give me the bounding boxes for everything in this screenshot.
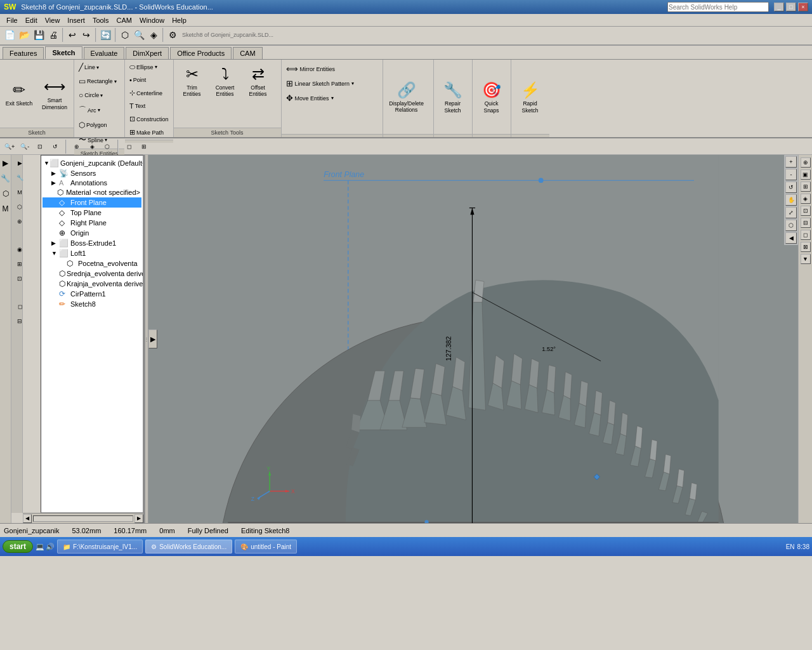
close-button[interactable]: ×: [798, 3, 808, 11]
taskbar-paint[interactable]: 🎨 untitled - Paint: [235, 540, 297, 554]
ellipse-btn[interactable]: ⬭Ellipse▾: [126, 61, 172, 73]
view-fit[interactable]: ⤢: [785, 207, 797, 218]
right-btn-7[interactable]: ◻: [801, 230, 811, 240]
3d-view-btn[interactable]: ◈: [85, 138, 99, 155]
tab-dimxpert[interactable]: DimXpert: [126, 47, 169, 59]
point-btn[interactable]: •Point: [126, 74, 172, 86]
right-btn-5[interactable]: ⊡: [801, 206, 811, 216]
scroll-right-btn[interactable]: ▶: [134, 514, 143, 523]
tab-features[interactable]: Features: [3, 47, 44, 59]
circle-tool-btn[interactable]: ○Circle▾: [75, 89, 123, 102]
tool-5[interactable]: ⊕: [11, 215, 28, 229]
view-pan[interactable]: ✋: [785, 194, 797, 206]
save-btn[interactable]: 💾: [32, 27, 46, 43]
rebuild-btn[interactable]: 🔄: [98, 27, 113, 43]
taskbar-folder[interactable]: 📁 F:\Konstruisanje_IV1...: [57, 540, 143, 554]
tool-4[interactable]: ⬡: [11, 200, 28, 214]
tree-krajnja[interactable]: ⬡ Krajnja_evolventa derived: [43, 279, 141, 289]
tree-material[interactable]: ⬡ Material <not specified>: [43, 187, 141, 197]
construction-btn[interactable]: ⊡Construction: [126, 113, 172, 125]
tree-root[interactable]: ▼ ⬜ Gonjeni_zupcanik (Default<<Default>: [43, 158, 141, 168]
zoom-btn[interactable]: 🔍: [132, 27, 147, 43]
menu-cam[interactable]: CAM: [113, 15, 136, 25]
view-prev[interactable]: ◀: [785, 232, 797, 244]
tool-10[interactable]: ⊟: [11, 314, 28, 328]
mirror-entities-button[interactable]: ⟺ Mirror Entities: [283, 62, 339, 76]
view-zoom-in[interactable]: +: [785, 156, 797, 168]
menu-tools[interactable]: Tools: [89, 15, 113, 25]
exit-sketch-button[interactable]: ✏ Exit Sketch: [3, 78, 36, 109]
minimize-button[interactable]: _: [774, 3, 784, 11]
right-btn-3[interactable]: ⊞: [801, 182, 811, 192]
tree-sensors[interactable]: ▶ 📡 Sensors: [43, 168, 141, 178]
tool-8[interactable]: ⊡: [11, 272, 28, 286]
menu-file[interactable]: File: [3, 15, 22, 25]
expand-left-panel[interactable]: ▶: [148, 329, 157, 348]
taskbar-icon-1[interactable]: 💻: [36, 543, 44, 551]
polygon-tool-btn[interactable]: ⬡Polygon: [75, 119, 123, 131]
quick-snaps-button[interactable]: 🎯 Quick Snaps: [475, 78, 508, 115]
line-tool-btn[interactable]: ╱Line▾: [75, 61, 123, 74]
tree-boss-extrude1[interactable]: ▶ ⬜ Boss-Extrude1: [43, 238, 141, 248]
right-btn-9[interactable]: ▼: [801, 254, 811, 264]
tree-top-plane[interactable]: ◇ Top Plane: [43, 208, 141, 218]
rotate-view-btn[interactable]: ↺: [48, 138, 62, 155]
tree-right-plane[interactable]: ◇ Right Plane: [43, 218, 141, 228]
linear-sketch-pattern-button[interactable]: ⊞ Linear Sketch Pattern ▾: [283, 77, 358, 90]
repair-sketch-button[interactable]: 🔧 Repair Sketch: [436, 78, 469, 115]
tool-9[interactable]: ◻: [11, 300, 28, 314]
tab-evaluate[interactable]: Evaluate: [84, 47, 125, 59]
tree-front-plane[interactable]: ◇ Front Plane: [43, 197, 141, 208]
text-btn[interactable]: TText: [126, 100, 172, 112]
taskbar-icon-2[interactable]: 🔊: [46, 543, 55, 551]
tree-cirpattern1[interactable]: ⟳ CirPattern1: [43, 289, 141, 299]
right-btn-8[interactable]: ⊠: [801, 242, 811, 252]
tree-annotations[interactable]: ▶ A Annotations: [43, 178, 141, 187]
menu-edit[interactable]: Edit: [22, 15, 41, 25]
smart-dimension-button[interactable]: ⟷ Smart Dimension: [38, 75, 71, 112]
rect-tool-btn[interactable]: ▭Rectangle▾: [75, 75, 123, 88]
tool-1[interactable]: ▶: [11, 156, 28, 170]
display-btn[interactable]: ◈: [147, 27, 160, 43]
start-button[interactable]: start: [3, 540, 33, 553]
display-delete-relations-button[interactable]: 🔗 Display/Delete Relations: [384, 78, 429, 116]
redo-btn[interactable]: ↪: [79, 27, 93, 43]
print-btn[interactable]: 🖨: [46, 27, 60, 43]
menu-window[interactable]: Window: [136, 15, 168, 25]
3d-viewport[interactable]: Front Plane: [148, 155, 798, 523]
tab-cam[interactable]: CAM: [233, 47, 262, 59]
new-btn[interactable]: 📄: [3, 27, 17, 43]
view-orient-2-btn[interactable]: ⊞: [137, 138, 151, 155]
section-view-btn[interactable]: ◻: [122, 138, 136, 155]
tree-sketch8[interactable]: ✏ Sketch8: [43, 299, 141, 309]
tab-office[interactable]: Office Products: [170, 47, 232, 59]
view-rotate[interactable]: ↺: [785, 182, 797, 193]
move-entities-button[interactable]: ✥ Move Entities ▾: [283, 91, 337, 105]
tool-6[interactable]: ◉: [11, 242, 28, 256]
tree-scrollbar[interactable]: ◀ ▶: [23, 513, 143, 523]
tool-3[interactable]: M: [11, 185, 28, 199]
tool-2[interactable]: 🔧: [11, 171, 28, 185]
view-3d[interactable]: ⬡: [785, 220, 797, 231]
zoom-in-view-btn[interactable]: 🔍+: [3, 138, 16, 155]
settings-btn[interactable]: ⚙: [166, 27, 180, 43]
display-style-btn[interactable]: ⬡: [100, 138, 114, 155]
right-btn-1[interactable]: ⊕: [801, 157, 811, 168]
taskbar-solidworks[interactable]: ⚙ SolidWorks Education...: [145, 540, 232, 554]
convert-entities-button[interactable]: ⤵ Convert Entities: [209, 62, 241, 99]
arc-tool-btn[interactable]: ⌒Arc▾: [75, 103, 123, 117]
trim-entities-button[interactable]: ✂ Trim Entities: [176, 62, 208, 99]
right-btn-4[interactable]: ◈: [801, 194, 811, 204]
view-zoom-out[interactable]: -: [785, 169, 797, 180]
right-btn-2[interactable]: ▣: [801, 169, 811, 180]
zoom-fit-btn[interactable]: ⊡: [33, 138, 47, 155]
maximize-button[interactable]: □: [786, 3, 796, 11]
centerline-btn[interactable]: ⊹Centerline: [126, 87, 172, 99]
normal-to-btn[interactable]: ⊕: [70, 138, 84, 155]
view-orient-btn[interactable]: ⬡: [118, 27, 132, 43]
right-btn-6[interactable]: ⊟: [801, 218, 811, 228]
search-input[interactable]: [667, 2, 769, 12]
menu-view[interactable]: View: [41, 15, 64, 25]
zoom-out-view-btn[interactable]: 🔍-: [18, 138, 32, 155]
scroll-left-btn[interactable]: ◀: [23, 514, 32, 523]
